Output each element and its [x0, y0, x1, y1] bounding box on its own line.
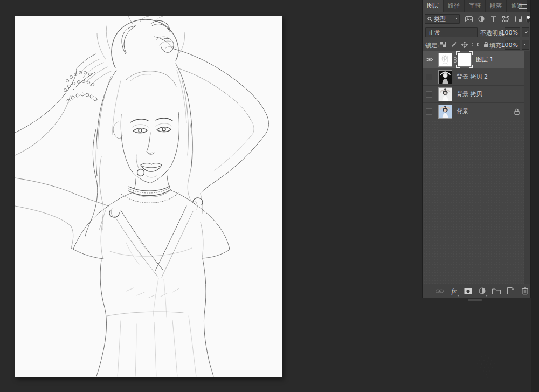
chevron-down-icon: [471, 31, 474, 33]
tab-layers[interactable]: 图层: [423, 0, 443, 12]
tab-paragraph[interactable]: 段落: [486, 0, 506, 12]
fill-value: 100%: [501, 42, 518, 49]
hidden-eye-box: [426, 91, 432, 98]
pixel-layer-filter-icon[interactable]: [465, 15, 473, 23]
adjustment-layer-filter-icon[interactable]: [477, 15, 486, 23]
new-layer-icon[interactable]: [506, 286, 516, 296]
lock-position-icon[interactable]: [461, 41, 468, 48]
layer-thumbnail[interactable]: [438, 105, 452, 119]
opacity-value: 100%: [501, 29, 518, 36]
prevent-autonest-icon[interactable]: [472, 41, 479, 48]
search-icon: [427, 17, 432, 22]
caret-icon: [486, 295, 488, 297]
photoshop-workspace: 图层 路径 字符 段落 通道 类型: [0, 0, 539, 392]
background-lock-icon: [514, 108, 520, 115]
fill-dropdown-button[interactable]: [522, 40, 529, 50]
watermark: [470, 349, 505, 384]
tab-paths[interactable]: 路径: [444, 0, 464, 12]
layer-row-bg-copy[interactable]: 背景 拷贝: [423, 86, 525, 103]
layers-list: 图层 1 背景 拷贝 2 背景 拷贝: [423, 51, 525, 120]
layer-mask-thumbnail[interactable]: [458, 53, 472, 67]
chevron-down-icon: [524, 31, 528, 33]
layer-row-background[interactable]: 背景: [423, 103, 525, 120]
layers-list-empty-area: [423, 120, 525, 284]
new-adjustment-layer-icon[interactable]: [477, 286, 487, 296]
chevron-down-icon: [453, 18, 457, 20]
lock-transparent-pixels-icon[interactable]: [439, 41, 446, 48]
layers-panel-footer: fx: [423, 284, 530, 298]
layer-filter-row: 类型: [423, 12, 530, 26]
layer-style-icon[interactable]: fx: [448, 286, 459, 296]
layer-name[interactable]: 背景 拷贝 2: [457, 73, 488, 81]
fill-value-field[interactable]: 100%: [505, 40, 520, 50]
visibility-toggle[interactable]: [423, 51, 436, 68]
layer-thumbnail[interactable]: [438, 87, 452, 101]
add-layer-mask-icon[interactable]: [463, 286, 473, 296]
tab-character[interactable]: 字符: [465, 0, 485, 12]
layer-row-layer1[interactable]: 图层 1: [423, 51, 525, 68]
eye-icon: [425, 57, 433, 62]
smart-object-filter-icon[interactable]: [514, 15, 523, 23]
filter-type-select[interactable]: 类型: [425, 14, 460, 24]
layer-row-bg-copy2[interactable]: 背景 拷贝 2: [423, 68, 525, 86]
layers-panel: 图层 路径 字符 段落 通道 类型: [422, 0, 531, 298]
lock-all-icon[interactable]: [482, 41, 489, 48]
panel-menu-icon[interactable]: [519, 4, 527, 9]
hidden-eye-box: [426, 74, 432, 80]
mask-link-icon[interactable]: [452, 56, 458, 64]
blend-mode-row: 正常 不透明度: 100%: [423, 26, 530, 39]
chevron-down-icon: [524, 44, 528, 46]
sketch-artwork: [15, 16, 282, 377]
visibility-toggle[interactable]: [423, 86, 436, 102]
delete-layer-icon[interactable]: [520, 286, 530, 296]
caret-icon: [457, 295, 459, 297]
panel-tab-bar: 图层 路径 字符 段落 通道: [423, 0, 530, 12]
visibility-toggle[interactable]: [423, 103, 436, 120]
panel-resize-grip[interactable]: [468, 299, 482, 301]
panel-scroll-gutter[interactable]: [524, 51, 530, 284]
fx-label: fx: [451, 287, 456, 295]
mask-selected-frame: [456, 51, 460, 55]
visibility-toggle[interactable]: [423, 68, 436, 85]
workspace-edge: [531, 0, 539, 392]
type-layer-filter-icon[interactable]: [489, 15, 498, 23]
layer-name[interactable]: 背景 拷贝: [457, 90, 482, 98]
layer-thumbnail[interactable]: [438, 70, 452, 84]
opacity-value-field[interactable]: 100%: [505, 27, 520, 37]
opacity-dropdown-button[interactable]: [522, 27, 529, 37]
blend-mode-select[interactable]: 正常: [425, 27, 478, 37]
layer-filter-toggle[interactable]: [526, 15, 530, 23]
hidden-eye-box: [426, 108, 432, 115]
filter-type-label: 类型: [434, 15, 453, 23]
document-canvas[interactable]: [15, 16, 282, 377]
blend-mode-value: 正常: [429, 29, 440, 37]
layer-thumbnail[interactable]: [438, 53, 452, 67]
new-group-icon[interactable]: [492, 286, 502, 296]
layer-name[interactable]: 背景: [457, 107, 468, 115]
layer-name[interactable]: 图层 1: [476, 56, 494, 64]
lock-image-pixels-icon[interactable]: [450, 41, 457, 48]
lock-label: 锁定:: [425, 41, 439, 51]
shape-layer-filter-icon[interactable]: [502, 15, 510, 23]
lock-row: 锁定: 填充: 100%: [423, 39, 530, 51]
link-layers-icon[interactable]: [434, 286, 445, 296]
